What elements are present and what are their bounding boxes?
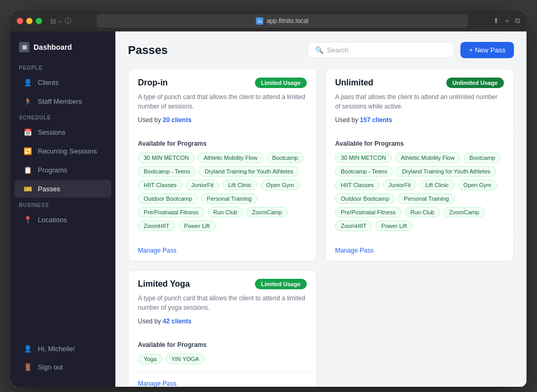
sidebar-item-clients[interactable]: 👤 Clients <box>15 73 111 91</box>
card-clients-dropin: Used by 20 clients <box>138 116 307 124</box>
sidebar-item-signout[interactable]: 🚪 Sign out <box>15 358 111 376</box>
manage-link-dropin[interactable]: Manage Pass <box>138 247 176 254</box>
tag: JuniorFit <box>383 180 416 190</box>
url-text: app.fitnito.local <box>266 17 308 25</box>
passes-label: Passes <box>38 185 60 193</box>
tag: HIIT Classes <box>138 180 182 190</box>
manage-link-yoga[interactable]: Manage Pass <box>138 380 176 387</box>
app-body: ⊞ Dashboard PEOPLE 👤 Clients 🏃 Staff Mem… <box>10 31 527 387</box>
tag: Open Gym <box>458 180 497 190</box>
programs-label: Programs <box>38 166 67 174</box>
recurring-label: Recurring Sessions <box>38 147 97 155</box>
tag: Bootcamp - Teens <box>335 166 393 177</box>
new-tab-icon[interactable]: ＋ <box>503 16 511 26</box>
card-title-dropin: Drop-in <box>138 78 168 88</box>
nav-controls: ⊟ ‹ ⓘ <box>50 16 71 26</box>
sidebar-item-staff[interactable]: 🏃 Staff Members <box>15 92 111 110</box>
clients-link-yoga[interactable]: 42 clients <box>163 318 191 325</box>
sidebar-item-recurring[interactable]: 🔁 Recurring Sessions <box>15 142 111 160</box>
programs-title-unlimited: Available for Programs <box>335 140 504 147</box>
signout-label: Sign out <box>38 363 63 371</box>
clients-link-dropin[interactable]: 20 clients <box>163 116 191 124</box>
sidebar-item-sessions[interactable]: 📅 Sessions <box>15 123 111 141</box>
minimize-button[interactable] <box>26 18 33 24</box>
card-desc-dropin: A type of punch card that allows the cli… <box>138 92 307 111</box>
clients-link-unlimited[interactable]: 157 clients <box>360 116 392 124</box>
staff-icon: 🏃 <box>23 96 33 106</box>
sidebar-toggle-icon[interactable]: ⊟ <box>50 17 56 25</box>
card-clients-unlimited: Used by 157 clients <box>335 116 504 124</box>
sessions-icon: 📅 <box>23 127 33 137</box>
passes-icon: 🎫 <box>23 184 33 193</box>
search-bar[interactable]: 🔍 Search <box>307 42 454 58</box>
tag: Open Gym <box>261 180 300 190</box>
user-icon: 👤 <box>23 344 33 353</box>
close-button[interactable] <box>17 18 23 24</box>
main-content: Passes 🔍 Search + New Pass Drop-in Limi <box>115 31 527 387</box>
tag: Personal Training <box>201 193 257 204</box>
tag: Bootcamp - Teens <box>138 166 196 177</box>
card-top-yoga: Limited Yoga Limited Usage A type of pun… <box>128 270 316 333</box>
new-pass-button[interactable]: + New Pass <box>460 42 514 58</box>
sidebar-bottom: 👤 Hi, Michelle! 🚪 Sign out <box>10 339 115 380</box>
tag: JuniorFit <box>186 180 219 190</box>
tag: Dryland Training for Youth Athletes <box>199 166 299 177</box>
tag: Power Lift <box>375 221 413 231</box>
sidebar: ⊞ Dashboard PEOPLE 👤 Clients 🏃 Staff Mem… <box>10 31 115 387</box>
card-desc-yoga: A type of punch card that allows the cli… <box>138 293 307 312</box>
card-programs-dropin: Available for Programs 30 MIN METCONAthl… <box>128 133 316 238</box>
user-label: Hi, Michelle! <box>38 345 75 353</box>
card-header-dropin: Drop-in Limited Usage <box>138 78 307 88</box>
sidebar-item-programs[interactable]: 📋 Programs <box>15 161 111 179</box>
sidebar-item-locations[interactable]: 📍 Locations <box>15 211 111 228</box>
search-icon: 🔍 <box>315 46 324 54</box>
manage-link-unlimited[interactable]: Manage Pass <box>335 247 373 254</box>
card-footer-dropin: Manage Pass <box>128 238 316 261</box>
sidebar-item-user[interactable]: 👤 Hi, Michelle! <box>15 340 111 357</box>
tag: Lift Clinic <box>420 180 455 190</box>
passes-grid: Drop-in Limited Usage A type of punch ca… <box>128 69 514 387</box>
titlebar: ⊟ ‹ ⓘ 🗂 app.fitnito.local ⬆ ＋ ⧉ <box>10 10 527 31</box>
app-window: ⊟ ‹ ⓘ 🗂 app.fitnito.local ⬆ ＋ ⧉ ⊞ Dashbo… <box>10 10 527 387</box>
header-right: 🔍 Search + New Pass <box>307 42 514 58</box>
logo-icon: ⊞ <box>19 42 29 52</box>
card-title-unlimited: Unlimited <box>335 78 373 88</box>
section-label-people: PEOPLE <box>10 61 115 73</box>
page-title: Passes <box>128 43 168 57</box>
url-bar[interactable]: 🗂 app.fitnito.local <box>96 14 468 28</box>
clients-icon: 👤 <box>23 78 33 87</box>
pass-card-dropin: Drop-in Limited Usage A type of punch ca… <box>128 69 317 262</box>
tags-yoga: YogaYIN YOGA <box>138 354 307 364</box>
tag: YIN YOGA <box>166 354 205 364</box>
programs-title-dropin: Available for Programs <box>138 140 307 147</box>
card-header-unlimited: Unlimited Unlimited Usage <box>335 78 504 88</box>
tag: Bootcamp <box>464 153 501 163</box>
tag: Run Club <box>405 207 441 217</box>
tag: ZoomCamp <box>443 207 485 217</box>
logo-label: Dashboard <box>34 43 72 51</box>
card-programs-yoga: Available for Programs YogaYIN YOGA <box>128 334 316 372</box>
locations-icon: 📍 <box>23 215 33 224</box>
tag: Dryland Training for Youth Athletes <box>396 166 496 177</box>
tabs-icon[interactable]: ⧉ <box>515 16 520 26</box>
back-icon[interactable]: ‹ <box>59 17 61 25</box>
card-programs-unlimited: Available for Programs 30 MIN METCONAthl… <box>326 133 513 238</box>
card-title-yoga: Limited Yoga <box>138 279 190 289</box>
tag: 30 MIN METCON <box>138 153 195 163</box>
card-header-yoga: Limited Yoga Limited Usage <box>138 279 307 289</box>
card-clients-yoga: Used by 42 clients <box>138 318 307 325</box>
tag: Outdoor Bootcamp <box>138 193 198 204</box>
maximize-button[interactable] <box>36 18 42 24</box>
forward-icon[interactable]: ⓘ <box>65 16 71 26</box>
clients-label: Clients <box>38 79 59 86</box>
tag: Bootcamp <box>266 153 304 163</box>
search-placeholder: Search <box>327 46 348 54</box>
recurring-icon: 🔁 <box>23 146 33 156</box>
card-footer-unlimited: Manage Pass <box>326 238 513 261</box>
tag: Yoga <box>138 354 163 364</box>
card-top-dropin: Drop-in Limited Usage A type of punch ca… <box>128 69 316 132</box>
share-icon[interactable]: ⬆ <box>493 16 499 26</box>
sidebar-item-passes[interactable]: 🎫 Passes <box>15 180 111 198</box>
badge-unlimited: Unlimited Usage <box>446 78 504 88</box>
tag: Athletic Mobility Flow <box>198 153 263 163</box>
